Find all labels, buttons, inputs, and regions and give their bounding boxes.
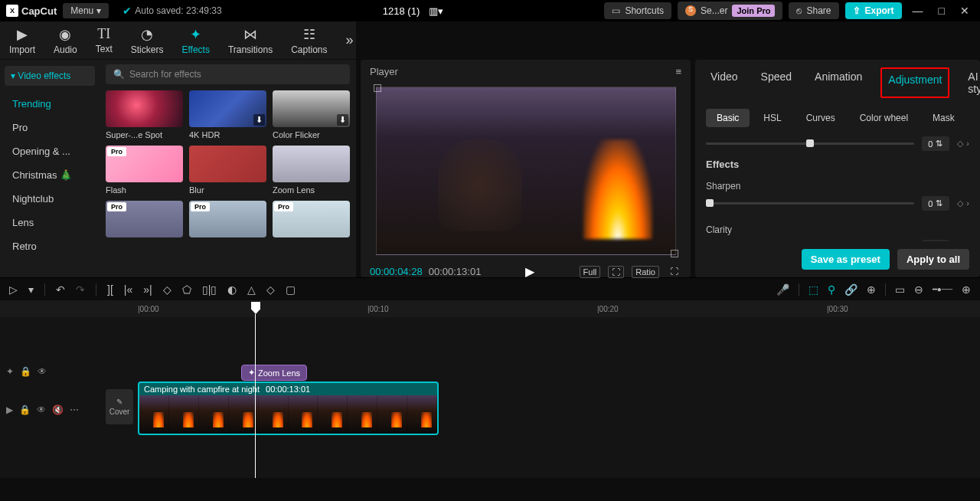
flip-tool[interactable]: ▯|▯ bbox=[202, 283, 217, 296]
text-tab[interactable]: TIText bbox=[96, 26, 113, 54]
effect-item[interactable] bbox=[273, 201, 350, 241]
crop-tool[interactable]: ◇ bbox=[163, 283, 172, 296]
video-clip[interactable]: Camping with campfire at night 00:00:13:… bbox=[138, 381, 439, 435]
tab-speed[interactable]: Speed bbox=[756, 67, 796, 98]
slider-thumb[interactable] bbox=[706, 199, 714, 207]
subtab-basic[interactable]: Basic bbox=[706, 109, 750, 127]
zoom-in[interactable]: ⊕ bbox=[962, 283, 971, 296]
maximize-button[interactable]: □ bbox=[934, 5, 949, 17]
full-button[interactable]: Full bbox=[580, 266, 601, 278]
effect-item[interactable]: Flash bbox=[106, 146, 183, 195]
zoom-fit[interactable]: ▭ bbox=[895, 283, 905, 296]
export-button[interactable]: ⇧ Export bbox=[845, 2, 902, 19]
effect-item[interactable]: Blur bbox=[189, 146, 266, 195]
trim-left-tool[interactable]: |« bbox=[124, 283, 132, 296]
effect-item[interactable]: Super-...e Spot bbox=[106, 90, 183, 139]
user-button[interactable]: S Se...er Join Pro bbox=[678, 2, 782, 20]
mute-icon[interactable]: 🔇 bbox=[52, 404, 64, 415]
split-tool[interactable]: ]​[ bbox=[107, 283, 113, 296]
video-track-icon[interactable]: ▶ bbox=[6, 404, 13, 415]
player-viewport[interactable] bbox=[361, 84, 691, 258]
subtab-curves[interactable]: Curves bbox=[795, 109, 846, 127]
effects-tab[interactable]: ✦Effects bbox=[181, 26, 209, 55]
save-preset-button[interactable]: Save as preset bbox=[802, 249, 890, 270]
redo-button[interactable]: ↷ bbox=[76, 283, 85, 296]
effect-item[interactable]: ⬇4K HDR bbox=[189, 90, 266, 139]
subtab-hsl[interactable]: HSL bbox=[753, 109, 792, 127]
effect-item[interactable] bbox=[106, 201, 183, 241]
lock-icon[interactable]: 🔒 bbox=[20, 366, 31, 377]
chevron-right-icon[interactable]: › bbox=[966, 198, 969, 208]
mic-button[interactable]: 🎤 bbox=[776, 283, 789, 296]
layout-icon[interactable]: ▥▾ bbox=[429, 5, 443, 17]
slider-thumb[interactable] bbox=[806, 139, 814, 147]
sharpen-slider[interactable] bbox=[706, 202, 914, 205]
diamond-icon[interactable]: ◇ bbox=[957, 139, 963, 149]
menu-icon[interactable]: ≡ bbox=[675, 66, 681, 77]
snap-tool[interactable]: ⬚ bbox=[808, 283, 818, 296]
tab-adjustment[interactable]: Adjustment bbox=[880, 67, 949, 98]
playhead-handle[interactable] bbox=[251, 302, 260, 314]
stepper-icon[interactable]: ⇅ bbox=[936, 139, 942, 149]
sharpen-value[interactable]: 0⇅ bbox=[922, 196, 949, 211]
undo-button[interactable]: ↶ bbox=[56, 283, 65, 296]
trim-right-tool[interactable]: »| bbox=[143, 283, 152, 296]
link-tool[interactable]: 🔗 bbox=[844, 283, 858, 296]
cat-opening[interactable]: Opening & ... bbox=[5, 139, 95, 163]
more-tabs-button[interactable]: » bbox=[346, 32, 354, 48]
slider-value[interactable]: 0⇅ bbox=[922, 136, 949, 151]
subtab-mask[interactable]: Mask bbox=[922, 109, 965, 127]
subtab-colorwheel[interactable]: Color wheel bbox=[849, 109, 919, 127]
cat-christmas[interactable]: Christmas 🎄 bbox=[5, 163, 95, 187]
more-icon[interactable]: ⋯ bbox=[70, 404, 79, 415]
expand-icon[interactable]: ⛶ bbox=[667, 266, 681, 278]
cat-pro[interactable]: Pro bbox=[5, 116, 95, 139]
lock-icon[interactable]: 🔒 bbox=[19, 404, 31, 415]
eye-icon[interactable]: 👁 bbox=[37, 404, 46, 415]
effect-item[interactable]: ⬇Color Flicker bbox=[273, 90, 350, 139]
tab-video[interactable]: Video bbox=[706, 67, 743, 98]
search-input[interactable]: 🔍 Search for effects bbox=[106, 64, 350, 84]
speed-tool[interactable]: ◐ bbox=[227, 283, 237, 296]
effect-track-icon[interactable]: ✦ bbox=[6, 366, 14, 377]
apply-all-button[interactable]: Apply to all bbox=[897, 249, 969, 270]
effect-item[interactable] bbox=[189, 201, 266, 241]
zoom-slider[interactable]: ━●── bbox=[933, 285, 952, 293]
minimize-button[interactable]: — bbox=[908, 5, 928, 17]
transitions-tab[interactable]: ⋈Transitions bbox=[228, 26, 273, 55]
mirror-tool[interactable]: △ bbox=[247, 283, 256, 296]
tab-animation[interactable]: Animation bbox=[810, 67, 867, 98]
tab-ai-stylize[interactable]: AI styliz bbox=[963, 67, 980, 98]
shortcuts-button[interactable]: ▭ Shortcuts bbox=[604, 2, 671, 19]
pointer-tool[interactable]: ▷ bbox=[9, 283, 18, 296]
stepper-icon[interactable]: ⇅ bbox=[936, 198, 942, 208]
close-button[interactable]: ✕ bbox=[956, 5, 974, 17]
crop-icon[interactable]: ⛶ bbox=[608, 266, 624, 278]
app-logo[interactable]: X CapCut bbox=[6, 5, 57, 17]
eye-icon[interactable]: 👁 bbox=[38, 366, 47, 377]
video-effects-header[interactable]: ▾ Video effects bbox=[5, 66, 95, 86]
time-ruler[interactable]: |00:00 |00:10 |00:20 |00:30 bbox=[0, 300, 980, 317]
frame-tool[interactable]: ▢ bbox=[286, 283, 296, 296]
join-pro-badge[interactable]: Join Pro bbox=[732, 5, 775, 17]
stickers-tab[interactable]: ◔Stickers bbox=[131, 26, 164, 55]
playhead-line[interactable] bbox=[255, 314, 256, 478]
effect-clip[interactable]: ✦ Zoom Lens bbox=[241, 365, 307, 381]
slider-track[interactable] bbox=[706, 142, 914, 145]
cat-trending[interactable]: Trending bbox=[5, 92, 95, 116]
zoom-out[interactable]: ⊖ bbox=[914, 283, 923, 296]
mask-tool[interactable]: ⬠ bbox=[182, 283, 191, 296]
cover-button[interactable]: ✎ Cover bbox=[106, 389, 133, 424]
menu-button[interactable]: Menu ▾ bbox=[63, 3, 109, 18]
chevron-right-icon[interactable]: › bbox=[966, 139, 969, 149]
align-tool[interactable]: ⊕ bbox=[867, 283, 876, 296]
effect-item[interactable]: Zoom Lens bbox=[273, 146, 350, 195]
cat-nightclub[interactable]: Nightclub bbox=[5, 187, 95, 211]
diamond-icon[interactable]: ◇ bbox=[957, 198, 963, 208]
import-tab[interactable]: ▶Import bbox=[9, 26, 35, 55]
play-button[interactable]: ▶ bbox=[525, 264, 534, 279]
magnet-tool[interactable]: ⚲ bbox=[828, 283, 835, 296]
audio-tab[interactable]: ◉Audio bbox=[54, 26, 77, 55]
cat-retro[interactable]: Retro bbox=[5, 234, 95, 258]
cat-lens[interactable]: Lens bbox=[5, 211, 95, 234]
